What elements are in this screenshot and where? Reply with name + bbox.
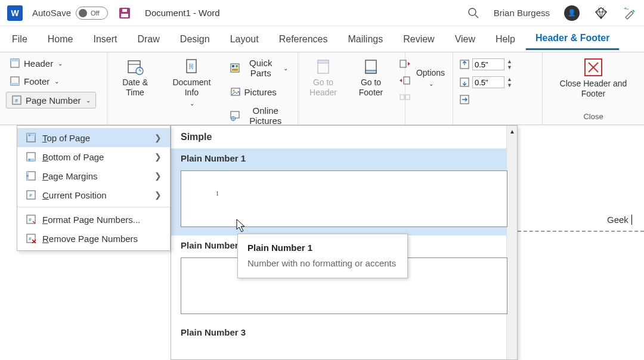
tab-design[interactable]: Design bbox=[171, 29, 219, 49]
quick-parts-label: Quick Parts bbox=[243, 58, 278, 78]
menu-label: Bottom of Page bbox=[42, 152, 104, 162]
header-button[interactable]: Header⌄ bbox=[6, 56, 66, 70]
pen-icon[interactable] bbox=[623, 6, 637, 20]
svg-line-4 bbox=[475, 15, 478, 18]
svg-text:#: # bbox=[29, 158, 30, 162]
menu-current-position[interactable]: # Current Position ❯ bbox=[17, 185, 170, 204]
remove-page-numbers-icon: # bbox=[26, 233, 36, 244]
gallery-item-label: Plain Number 1 bbox=[171, 148, 517, 168]
format-page-numbers-icon: # bbox=[26, 214, 36, 225]
close-group-label: Close bbox=[549, 112, 638, 121]
menu-label: Remove Page Numbers bbox=[42, 234, 138, 244]
spin-up-icon[interactable]: ▲ bbox=[507, 59, 512, 64]
gallery-item-plain-1[interactable]: Plain Number 1 1 bbox=[171, 148, 517, 235]
tab-file[interactable]: File bbox=[2, 29, 37, 49]
word-logo-icon: W bbox=[7, 5, 23, 21]
goto-header-icon bbox=[315, 58, 332, 75]
page-number-icon: # bbox=[11, 95, 22, 105]
pictures-icon bbox=[230, 86, 241, 97]
spin-up-icon[interactable]: ▲ bbox=[507, 77, 512, 82]
current-position-icon: # bbox=[26, 190, 36, 200]
header-icon bbox=[10, 58, 20, 69]
header-edit-area[interactable]: Geek bbox=[518, 150, 644, 231]
header-text: Geek bbox=[607, 215, 628, 225]
svg-point-3 bbox=[469, 8, 476, 15]
menu-format-page-numbers[interactable]: # Format Page Numbers... bbox=[17, 210, 170, 229]
page-margins-icon: # bbox=[26, 170, 36, 181]
scroll-up-icon[interactable]: ▲ bbox=[507, 126, 518, 136]
tabs: File Home Insert Draw Design Layout Refe… bbox=[0, 26, 644, 52]
date-time-label: Date & Time bbox=[117, 77, 153, 98]
svg-point-27 bbox=[233, 90, 234, 92]
tooltip-title: Plain Number 1 bbox=[247, 243, 398, 253]
tab-references[interactable]: References bbox=[270, 29, 338, 49]
footer-from-bottom-spinner[interactable]: ▲▼ bbox=[459, 76, 512, 88]
chevron-right-icon: ❯ bbox=[154, 133, 162, 142]
spin-down-icon[interactable]: ▼ bbox=[507, 65, 512, 70]
online-pictures-button[interactable]: Online Pictures bbox=[227, 104, 292, 128]
tab-review[interactable]: Review bbox=[394, 29, 444, 49]
user-name: Brian Burgess bbox=[494, 8, 550, 18]
online-pictures-label: Online Pictures bbox=[243, 105, 288, 126]
search-icon[interactable] bbox=[467, 7, 479, 19]
svg-rect-33 bbox=[366, 70, 376, 73]
svg-text:#: # bbox=[29, 236, 32, 241]
options-button[interactable]: Options ⌄ bbox=[411, 66, 450, 90]
tab-layout[interactable]: Layout bbox=[221, 29, 268, 49]
footer-icon bbox=[10, 76, 20, 86]
header-from-top-input[interactable] bbox=[472, 58, 504, 70]
tab-home[interactable]: Home bbox=[38, 29, 83, 49]
tab-draw[interactable]: Draw bbox=[128, 29, 169, 49]
footer-from-bottom-input[interactable] bbox=[472, 76, 504, 88]
goto-footer-button[interactable]: Go to Footer bbox=[352, 56, 390, 103]
goto-header-button: Go to Header bbox=[304, 56, 342, 103]
svg-rect-10 bbox=[11, 59, 19, 61]
svg-rect-1 bbox=[121, 14, 128, 17]
insert-tab-icon[interactable] bbox=[459, 94, 470, 105]
menu-label: Top of Page bbox=[42, 133, 90, 143]
gallery-item-label: Plain Number 3 bbox=[171, 322, 517, 342]
document-info-label: Document Info bbox=[170, 77, 213, 98]
footer-button[interactable]: Footer⌄ bbox=[6, 74, 63, 88]
pictures-button[interactable]: Pictures bbox=[227, 85, 280, 99]
date-time-button[interactable]: Date & Time bbox=[113, 56, 157, 128]
svg-rect-36 bbox=[400, 95, 404, 100]
svg-text:#: # bbox=[15, 98, 18, 104]
header-from-top-spinner[interactable]: ▲▼ bbox=[459, 58, 512, 70]
menu-top-of-page[interactable]: # Top of Page ❯ bbox=[17, 128, 170, 147]
page-number-button[interactable]: # Page Number⌄ bbox=[6, 92, 96, 108]
menu-page-margins[interactable]: # Page Margins ❯ bbox=[17, 166, 170, 185]
menu-remove-page-numbers[interactable]: # Remove Page Numbers bbox=[17, 229, 170, 248]
svg-text:#: # bbox=[29, 193, 32, 198]
online-pictures-icon bbox=[230, 110, 240, 121]
close-header-footer-button[interactable]: Close Header and Footer bbox=[549, 56, 638, 101]
avatar[interactable]: 👤 bbox=[564, 5, 580, 21]
autosave-label: AutoSave bbox=[32, 8, 71, 18]
close-label: Close Header and Footer bbox=[552, 79, 634, 99]
diamond-icon[interactable] bbox=[594, 6, 608, 20]
cursor-icon bbox=[236, 219, 247, 233]
menu-separator bbox=[17, 207, 170, 207]
save-icon[interactable] bbox=[119, 7, 131, 19]
quick-parts-button[interactable]: Quick Parts⌄ bbox=[227, 56, 292, 80]
tab-mailings[interactable]: Mailings bbox=[339, 29, 393, 49]
gallery-scrollbar[interactable]: ▲ bbox=[506, 126, 517, 359]
bottom-of-page-icon: # bbox=[26, 151, 36, 162]
svg-rect-12 bbox=[11, 83, 19, 85]
svg-rect-31 bbox=[318, 60, 329, 63]
spin-down-icon[interactable]: ▼ bbox=[507, 83, 512, 88]
svg-text:[i]: [i] bbox=[189, 63, 193, 69]
goto-footer-label: Go to Footer bbox=[355, 77, 386, 98]
document-info-button[interactable]: [i] Document Info⌄ bbox=[166, 56, 216, 128]
options-label: Options bbox=[416, 68, 445, 78]
tab-header-footer[interactable]: Header & Footer bbox=[526, 28, 619, 50]
tab-view[interactable]: View bbox=[445, 29, 485, 49]
tab-insert[interactable]: Insert bbox=[83, 29, 126, 49]
header-label: Header bbox=[24, 58, 53, 69]
tab-help[interactable]: Help bbox=[486, 29, 525, 49]
autosave-toggle[interactable]: Off bbox=[76, 7, 108, 20]
tooltip-desc: Number with no formatting or accents bbox=[247, 257, 398, 269]
menu-bottom-of-page[interactable]: # Bottom of Page ❯ bbox=[17, 147, 170, 166]
gallery-item-plain-3[interactable]: Plain Number 3 bbox=[171, 322, 517, 342]
ribbon: Header⌄ Footer⌄ # Page Number⌄ bbox=[0, 52, 644, 125]
